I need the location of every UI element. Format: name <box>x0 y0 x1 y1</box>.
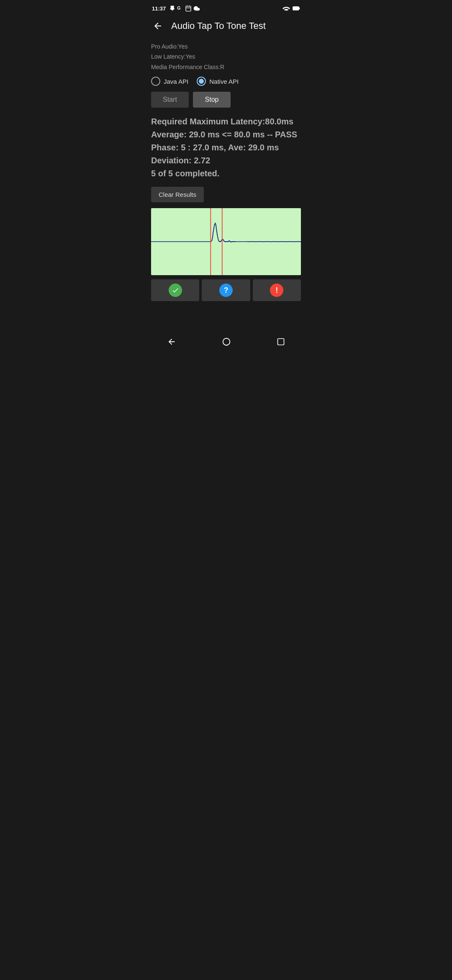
results-line4: Deviation: 2.72 <box>151 154 301 167</box>
java-api-label: Java API <box>164 78 188 85</box>
page-title: Audio Tap To Tone Test <box>171 21 266 31</box>
app-bar: Audio Tap To Tone Test <box>144 15 308 39</box>
pro-audio-info: Pro Audio:Yes <box>151 42 301 51</box>
status-indicators <box>282 5 300 11</box>
navigation-bar <box>144 332 308 353</box>
cloud-icon <box>193 5 200 12</box>
home-nav-button[interactable] <box>218 334 234 350</box>
back-button[interactable] <box>151 19 164 33</box>
checkmark-icon <box>172 286 179 294</box>
back-nav-button[interactable] <box>164 334 180 350</box>
svg-rect-12 <box>277 339 284 345</box>
low-latency-info: Low Latency:Yes <box>151 52 301 61</box>
time-display: 11:37 <box>152 5 166 12</box>
home-nav-icon <box>222 337 231 346</box>
svg-rect-6 <box>299 8 300 9</box>
pass-icon <box>169 284 182 297</box>
results-display: Required Maximum Latency:80.0ms Average:… <box>151 115 301 180</box>
calendar-icon <box>185 5 192 12</box>
action-buttons-row: ? ! <box>151 279 301 301</box>
native-api-radio[interactable]: Native API <box>197 77 239 86</box>
waveform-display <box>151 208 301 275</box>
api-selector: Java API Native API <box>151 77 301 86</box>
device-info: Pro Audio:Yes Low Latency:Yes Media Perf… <box>151 42 301 72</box>
question-button[interactable]: ? <box>202 279 250 301</box>
control-buttons: Start Stop <box>151 92 301 108</box>
question-icon: ? <box>219 284 233 297</box>
notification-icons: G <box>168 5 200 12</box>
back-nav-icon <box>167 337 176 346</box>
native-api-radio-outer <box>197 77 206 86</box>
recents-nav-icon <box>277 338 285 346</box>
status-bar: 11:37 G <box>144 0 308 15</box>
battery-icon <box>293 5 300 11</box>
fan-icon <box>168 5 175 12</box>
question-mark: ? <box>223 286 228 295</box>
java-api-radio-outer <box>151 77 160 86</box>
native-api-radio-inner <box>199 79 204 84</box>
start-button[interactable]: Start <box>151 92 189 108</box>
back-arrow-icon <box>153 21 163 31</box>
spacer <box>144 323 308 332</box>
svg-rect-5 <box>293 7 299 10</box>
warning-icon: ! <box>270 284 283 297</box>
results-line2: Average: 29.0 ms <= 80.0 ms -- PASS <box>151 128 301 141</box>
content-area: Pro Audio:Yes Low Latency:Yes Media Perf… <box>144 39 308 323</box>
exclamation-mark: ! <box>275 286 278 295</box>
native-api-label: Native API <box>209 78 239 85</box>
waveform-svg <box>151 208 301 275</box>
recents-nav-button[interactable] <box>273 334 288 349</box>
svg-rect-1 <box>186 6 191 11</box>
stop-button[interactable]: Stop <box>193 92 231 108</box>
svg-text:G: G <box>177 5 181 10</box>
results-line5: 5 of 5 completed. <box>151 167 301 180</box>
warning-button[interactable]: ! <box>253 279 301 301</box>
svg-point-11 <box>223 338 230 346</box>
results-line1: Required Maximum Latency:80.0ms <box>151 115 301 128</box>
media-performance-info: Media Performance Class:R <box>151 62 301 72</box>
clear-results-button[interactable]: Clear Results <box>151 187 204 202</box>
google-icon: G <box>177 5 183 12</box>
pass-button[interactable] <box>151 279 199 301</box>
java-api-radio[interactable]: Java API <box>151 77 188 86</box>
wifi-icon <box>282 5 290 11</box>
results-line3: Phase: 5 : 27.0 ms, Ave: 29.0 ms <box>151 141 301 154</box>
